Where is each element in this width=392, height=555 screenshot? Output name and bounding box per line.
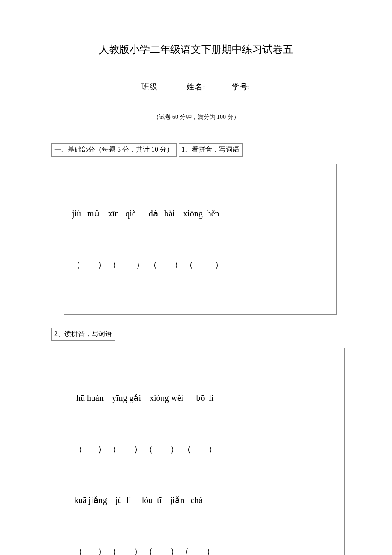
page-title: 人教版小学二年级语文下册期中练习试卷五 xyxy=(51,43,341,56)
id-label: 学号: xyxy=(232,83,251,91)
pinyin-row: jiù mǔ xīn qiè dǎ bài xiōng hěn xyxy=(72,205,328,222)
student-meta: 班级: 姓名: 学号: xyxy=(51,82,341,92)
answer-row: （ ） （ ） （ ） （ ） xyxy=(72,543,337,555)
section-1-header: 一、基础部分（每题 5 分，共计 10 分） xyxy=(51,143,177,157)
pinyin-row: kuā jiǎng jù lí lóu tī jiǎn chá xyxy=(72,492,337,509)
class-label: 班级: xyxy=(141,83,160,91)
s1-q2-content: hū huàn yīng gǎi xióng wěi bō li （ ） （ ）… xyxy=(64,348,345,555)
answer-row: （ ） （ ） （ ） （ ） xyxy=(72,256,328,273)
s1-q1-content: jiù mǔ xīn qiè dǎ bài xiōng hěn （ ） （ ） … xyxy=(64,164,337,315)
answer-row: （ ） （ ） （ ） （ ） xyxy=(72,440,337,457)
pinyin-row: hū huàn yīng gǎi xióng wěi bō li xyxy=(72,389,337,406)
s1-q1-label: 1、看拼音，写词语 xyxy=(179,143,243,157)
exam-page: 人教版小学二年级语文下册期中练习试卷五 班级: 姓名: 学号: （试卷 60 分… xyxy=(0,0,392,555)
exam-info: （试卷 60 分钟，满分为 100 分） xyxy=(51,113,341,121)
name-label: 姓名: xyxy=(187,83,205,91)
s1-q2-label: 2、读拼音，写词语 xyxy=(51,328,115,341)
